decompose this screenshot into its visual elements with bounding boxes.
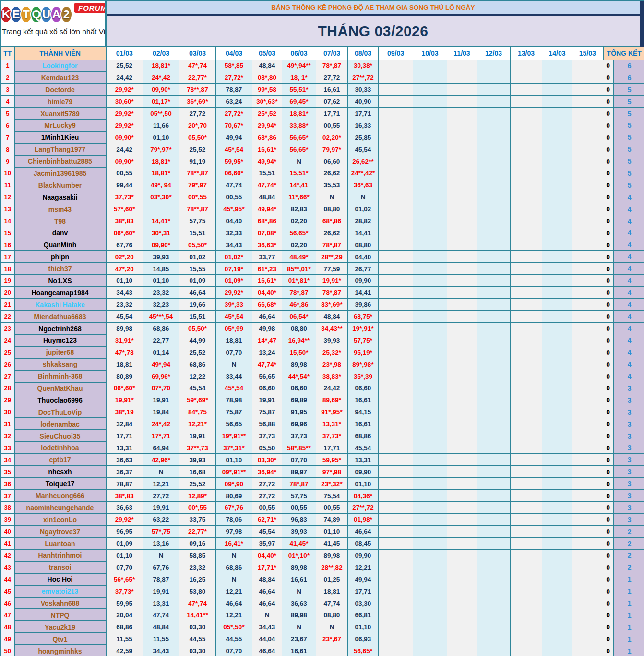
value-cell [447, 298, 477, 310]
zero-cell: 0 [603, 573, 614, 585]
member-name-cell[interactable]: phipn [14, 251, 106, 263]
value-cell: 45*,54 [216, 310, 252, 322]
value-cell [379, 430, 413, 442]
member-name-cell[interactable]: BlackNumber [14, 179, 106, 191]
value-cell: 49*,94** [282, 60, 316, 72]
member-name-cell[interactable]: Doctorde [14, 83, 106, 95]
value-cell: 78,87 [106, 478, 143, 490]
member-name-cell[interactable]: shkaksang [14, 358, 106, 370]
member-name-cell[interactable]: xin1conLo [14, 513, 106, 525]
member-name-cell[interactable]: Ngoctrinh268 [14, 322, 106, 334]
member-name-cell[interactable]: Yacu2k19 [14, 621, 106, 633]
value-cell: 14,85 [143, 263, 179, 275]
member-name-cell[interactable]: LangThang1977 [14, 143, 106, 155]
value-cell: 46,64 [252, 597, 282, 609]
member-name-cell[interactable]: Hanhtrinhmoi [14, 549, 106, 561]
member-name-cell[interactable]: Miendathua6683 [14, 310, 106, 322]
value-cell: 07*,70 [143, 382, 179, 394]
value-cell [477, 239, 511, 251]
member-name-cell[interactable]: Voskahn688 [14, 597, 106, 609]
member-name-cell[interactable]: NTPQ [14, 609, 106, 621]
member-name-cell[interactable]: Huymc123 [14, 334, 106, 346]
member-name-cell[interactable]: nhcsxh [14, 466, 106, 478]
member-name-cell[interactable]: MrLucky9 [14, 119, 106, 131]
value-cell [379, 119, 413, 131]
value-cell [413, 430, 447, 442]
member-name-cell[interactable]: Xuanxit5789 [14, 107, 106, 119]
member-name-cell[interactable]: naominhcungchande [14, 501, 106, 513]
value-cell [572, 621, 603, 633]
member-name-cell[interactable]: Binhminh-368 [14, 370, 106, 382]
member-name-cell[interactable]: No1.XS [14, 275, 106, 287]
table-row: 41Luantoan01,0913,1609,1616,41*35,9741,4… [1, 537, 644, 549]
value-cell: 19,91* [106, 394, 143, 406]
member-name-cell[interactable]: emvatoi213 [14, 585, 106, 597]
member-name-cell[interactable]: Toique17 [14, 478, 106, 490]
table-row: 39xin1conLo29,92*63,2233,7578,0662,71*96… [1, 513, 644, 525]
zero-cell: 0 [603, 155, 614, 167]
total-cell: 5 [614, 107, 644, 119]
value-cell [477, 95, 511, 107]
value-cell: 37*,31* [216, 442, 252, 454]
value-cell [511, 72, 542, 83]
value-cell [572, 179, 603, 191]
row-index-cell: 50 [1, 645, 14, 656]
member-name-cell[interactable]: T98 [14, 215, 106, 227]
member-name-cell[interactable]: thich37 [14, 263, 106, 275]
member-name-cell[interactable]: Manhcuong666 [14, 490, 106, 502]
value-cell: 97*,98 [316, 466, 348, 478]
row-index-cell: 40 [1, 525, 14, 537]
value-cell [477, 442, 511, 454]
member-name-cell[interactable]: danv [14, 227, 106, 239]
member-name-cell[interactable]: Jacmin13961985 [14, 167, 106, 179]
value-cell [572, 95, 603, 107]
value-cell: 68,86 [348, 430, 379, 442]
value-cell: 56*,65* [106, 573, 143, 585]
zero-cell: 0 [603, 513, 614, 525]
member-name-cell[interactable]: Chienbinhbattu2885 [14, 155, 106, 167]
value-cell [511, 179, 542, 191]
value-cell [477, 286, 511, 298]
value-cell: 56,65* [282, 227, 316, 239]
member-name-cell[interactable]: Ngaytrove37 [14, 525, 106, 537]
value-cell [511, 394, 542, 406]
date-column-header: 07/03 [316, 47, 348, 60]
member-name-cell[interactable]: cptb17 [14, 454, 106, 466]
member-name-cell[interactable]: QuenMatKhau [14, 382, 106, 394]
member-name-cell[interactable]: DocThuLoVip [14, 406, 106, 418]
member-name-cell[interactable]: jupiter68 [14, 346, 106, 358]
site-logo[interactable]: KETQUA2 FORUM Trang kết quả xổ số lớn nh… [1, 1, 107, 47]
member-name-cell[interactable]: Luantoan [14, 537, 106, 549]
value-cell [413, 310, 447, 322]
zero-cell: 0 [603, 358, 614, 370]
member-name-cell[interactable]: Kakashi Hatake [14, 298, 106, 310]
value-cell: 91,95 [282, 406, 316, 418]
member-name-cell[interactable]: lodenambac [14, 418, 106, 430]
member-name-cell[interactable]: Lookingfor [14, 60, 106, 72]
member-name-cell[interactable]: Kemdau123 [14, 72, 106, 83]
value-cell [413, 525, 447, 537]
value-cell [542, 525, 572, 537]
value-cell [379, 501, 413, 513]
member-name-cell[interactable]: msm43 [14, 203, 106, 215]
member-name-cell[interactable]: Qtv1 [14, 633, 106, 645]
zero-cell: 0 [603, 310, 614, 322]
value-cell: 07,70 [282, 454, 316, 466]
value-cell [542, 131, 572, 143]
member-name-cell[interactable]: hoangminhks [14, 645, 106, 656]
value-cell: 78**,87 [179, 167, 216, 179]
member-name-cell[interactable]: transoi [14, 561, 106, 573]
member-name-cell[interactable]: Hoc Hoi [14, 573, 106, 585]
member-name-cell[interactable]: Thuoclao6996 [14, 394, 106, 406]
site-tagline: Trang kết quả xổ số lớn nhất Việt Nam [2, 27, 105, 36]
value-cell [447, 239, 477, 251]
member-name-cell[interactable]: QuanMinh [14, 239, 106, 251]
member-name-cell[interactable]: himle79 [14, 95, 106, 107]
member-name-cell[interactable]: SieuChuoi35 [14, 430, 106, 442]
row-index-cell: 41 [1, 537, 14, 549]
member-name-cell[interactable]: Hoangcamap1984 [14, 286, 106, 298]
member-name-cell[interactable]: lodetinhhoa [14, 442, 106, 454]
member-name-cell[interactable]: 1Minh1Kieu [14, 131, 106, 143]
member-name-cell[interactable]: Naagasakii [14, 191, 106, 203]
value-cell: 42,59 [106, 645, 143, 656]
